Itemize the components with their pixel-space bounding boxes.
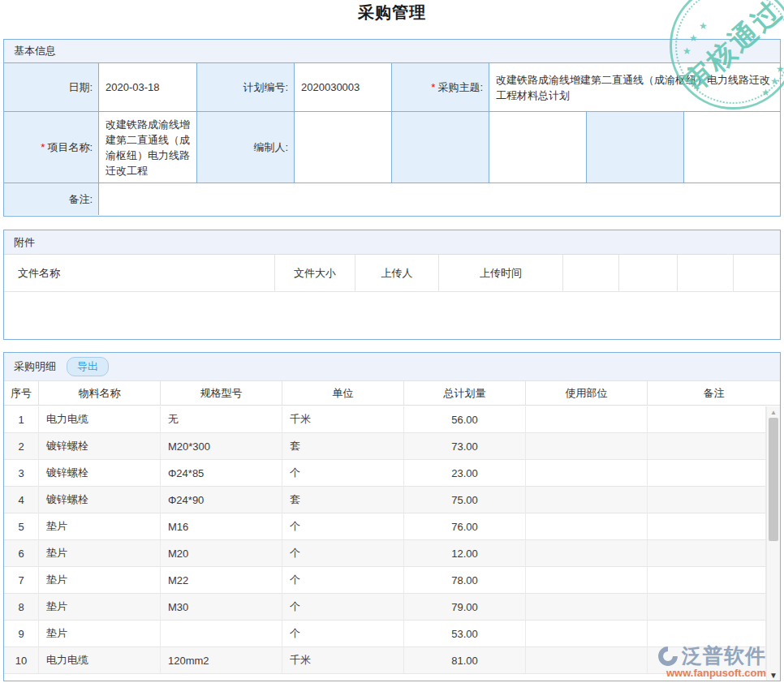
table-row[interactable]: 4镀锌螺栓Φ24*90套75.00 — [4, 487, 766, 513]
subject-label: *采购主题: — [392, 63, 489, 112]
column-header-uploader: 上传人 — [355, 255, 439, 291]
table-cell — [526, 460, 648, 487]
table-row[interactable]: 7垫片M22个78.00 — [4, 567, 766, 594]
empty-label-cell — [392, 112, 489, 183]
vendor-logo-text: 泛普软件 — [682, 642, 766, 669]
author-label: 编制人: — [197, 112, 295, 183]
vendor-logo: 泛普软件 www.fanpusoft.com — [657, 642, 766, 679]
column-header-spec-model: 规格型号 — [161, 381, 282, 405]
table-cell — [648, 460, 766, 487]
table-cell: 53.00 — [404, 621, 526, 647]
table-cell: 电力电缆 — [39, 647, 161, 674]
table-cell: 垫片 — [39, 513, 161, 540]
table-cell: M20 — [161, 540, 282, 567]
table-cell — [648, 406, 766, 433]
table-cell: 垫片 — [39, 567, 161, 594]
table-cell: 8 — [4, 594, 39, 621]
table-cell: 垫片 — [39, 594, 161, 621]
table-cell — [648, 567, 766, 594]
table-cell — [526, 594, 648, 621]
table-cell: 千米 — [282, 406, 404, 433]
table-cell — [526, 621, 648, 647]
table-cell — [648, 540, 766, 567]
column-header-empty — [734, 255, 780, 291]
table-cell: 56.00 — [404, 406, 526, 433]
column-header-empty — [563, 255, 619, 291]
attachments-section-title: 附件 — [4, 230, 780, 255]
table-row[interactable]: 2镀锌螺栓M20*300套73.00 — [4, 433, 766, 460]
details-header-row: 序号 物料名称 规格型号 单位 总计划量 使用部位 备注 — [4, 381, 780, 406]
column-header-usage-location: 使用部位 — [526, 381, 648, 405]
column-header-seq: 序号 — [4, 381, 39, 405]
table-cell: 2 — [4, 433, 39, 460]
table-cell: 120mm2 — [161, 647, 282, 674]
table-cell — [526, 540, 648, 567]
attachments-header-row: 文件名称 文件大小 上传人 上传时间 — [4, 255, 780, 292]
table-cell: 个 — [282, 513, 404, 540]
scroll-up-button[interactable]: ▲ — [767, 406, 780, 418]
table-cell: 垫片 — [39, 621, 161, 647]
table-cell — [648, 513, 766, 540]
basic-info-section-title: 基本信息 — [4, 40, 780, 63]
date-label: 日期: — [4, 63, 99, 112]
table-row[interactable]: 9垫片个53.00 — [4, 621, 766, 647]
table-cell — [526, 433, 648, 460]
column-header-unit: 单位 — [282, 381, 404, 405]
table-cell: 个 — [282, 567, 404, 594]
scroll-down-button[interactable]: ▼ — [767, 669, 780, 681]
table-cell: Φ24*85 — [161, 460, 282, 487]
table-cell: Φ24*90 — [161, 487, 282, 513]
table-row[interactable]: 10电力电缆120mm2千米81.00 — [4, 647, 766, 674]
project-label: *项目名称: — [4, 112, 99, 183]
table-cell: 个 — [282, 540, 404, 567]
subject-value: 改建铁路成渝线增建第二直通线（成渝枢纽）电力线路迁改工程材料总计划 — [489, 63, 780, 112]
table-row[interactable]: 1电力电缆无千米56.00 — [4, 406, 766, 433]
remark-label: 备注: — [4, 183, 99, 215]
table-cell: 套 — [282, 487, 404, 513]
table-cell: 6 — [4, 540, 39, 567]
attachments-section: 附件 文件名称 文件大小 上传人 上传时间 — [3, 230, 781, 340]
table-cell: 4 — [4, 487, 39, 513]
table-cell: 个 — [282, 460, 404, 487]
table-cell: M20*300 — [161, 433, 282, 460]
table-cell: 7 — [4, 567, 39, 594]
table-cell: 75.00 — [404, 487, 526, 513]
table-cell: M16 — [161, 513, 282, 540]
table-cell: 无 — [161, 406, 282, 433]
author-value — [295, 112, 392, 183]
vertical-scrollbar[interactable]: ▲ ▼ — [766, 406, 780, 681]
table-cell: 5 — [4, 513, 39, 540]
table-row[interactable]: 6垫片M20个12.00 — [4, 540, 766, 567]
remark-value — [99, 183, 780, 215]
table-cell: 镀锌螺栓 — [39, 460, 161, 487]
table-cell: 3 — [4, 460, 39, 487]
table-cell: 个 — [282, 621, 404, 647]
table-cell: 电力电缆 — [39, 406, 161, 433]
table-cell — [526, 487, 648, 513]
purchase-details-section-title: 采购明细 — [14, 359, 56, 374]
column-header-upload-time: 上传时间 — [439, 255, 563, 291]
attachments-table-body — [4, 292, 780, 338]
table-cell: M30 — [161, 594, 282, 621]
table-row[interactable]: 5垫片M16个76.00 — [4, 513, 766, 540]
table-cell — [648, 433, 766, 460]
project-value: 改建铁路成渝线增建第二直通线（成渝枢纽）电力线路迁改工程 — [99, 112, 197, 183]
table-cell: 10 — [4, 647, 39, 674]
required-mark: * — [41, 140, 45, 155]
table-row[interactable]: 3镀锌螺栓Φ24*85个23.00 — [4, 460, 766, 487]
table-cell: 73.00 — [404, 433, 526, 460]
table-cell: 镀锌螺栓 — [39, 433, 161, 460]
details-table-body: 1电力电缆无千米56.002镀锌螺栓M20*300套73.003镀锌螺栓Φ24*… — [4, 406, 766, 681]
table-cell: 镀锌螺栓 — [39, 487, 161, 513]
date-value: 2020-03-18 — [99, 63, 197, 112]
table-cell: 81.00 — [404, 647, 526, 674]
export-button[interactable]: 导出 — [67, 357, 109, 376]
table-cell: 12.00 — [404, 540, 526, 567]
scrollbar-thumb[interactable] — [769, 418, 778, 541]
table-row[interactable]: 8垫片M30个79.00 — [4, 594, 766, 621]
table-cell: 78.00 — [404, 567, 526, 594]
table-cell: 垫片 — [39, 540, 161, 567]
basic-info-table: 日期: 2020-03-18 计划编号: 2020030003 *采购主题: 改… — [4, 63, 780, 215]
column-header-file-name: 文件名称 — [4, 255, 275, 291]
table-cell — [526, 406, 648, 433]
